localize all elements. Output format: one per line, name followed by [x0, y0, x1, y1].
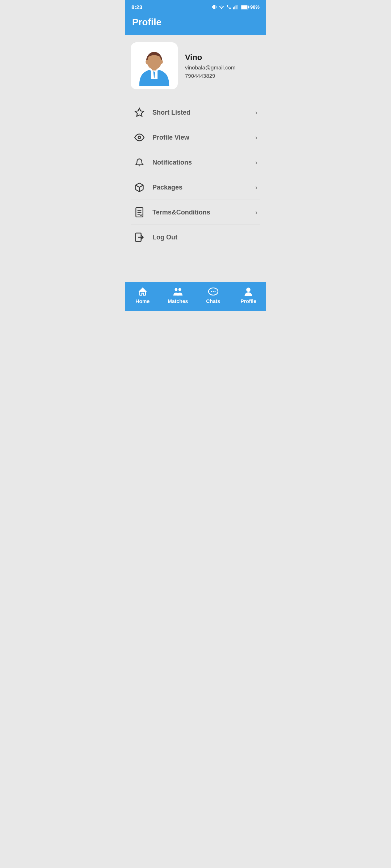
avatar: [131, 42, 178, 89]
status-time: 8:23: [131, 4, 142, 10]
user-email: vinobala@gmail.com: [185, 64, 235, 71]
user-phone: 7904443829: [185, 73, 235, 79]
svg-point-16: [138, 136, 141, 139]
svg-marker-15: [135, 108, 143, 116]
svg-rect-0: [213, 5, 215, 9]
svg-point-14: [160, 60, 163, 64]
svg-point-28: [213, 291, 214, 292]
profile-view-label: Profile View: [152, 134, 248, 141]
signal-icon: [233, 4, 239, 9]
avatar-image: [134, 46, 174, 86]
menu-item-terms[interactable]: Terms&Conditions ›: [131, 200, 260, 225]
short-listed-label: Short Listed: [152, 109, 248, 116]
menu-item-logout[interactable]: Log Out: [131, 225, 260, 250]
svg-rect-5: [236, 5, 237, 9]
status-bar: 8:23 98%: [125, 0, 266, 13]
logout-icon: [134, 231, 145, 243]
matches-nav-label: Matches: [168, 298, 188, 304]
document-icon: [134, 207, 145, 218]
menu-list: Short Listed › Profile View › Notifi: [131, 100, 260, 250]
terms-label: Terms&Conditions: [152, 209, 248, 216]
menu-item-packages[interactable]: Packages ›: [131, 175, 260, 200]
svg-point-24: [175, 288, 178, 291]
page-title: Profile: [132, 17, 259, 28]
svg-rect-6: [237, 5, 238, 9]
page-header: Profile: [125, 13, 266, 35]
nav-item-matches[interactable]: Matches: [160, 287, 196, 304]
user-info: Vino vinobala@gmail.com 7904443829: [185, 53, 235, 79]
chats-nav-label: Chats: [206, 298, 220, 304]
profile-nav-label: Profile: [240, 298, 256, 304]
menu-item-notifications[interactable]: Notifications ›: [131, 150, 260, 175]
svg-rect-3: [233, 7, 234, 9]
user-card: Vino vinobala@gmail.com 7904443829: [131, 42, 260, 89]
svg-point-29: [214, 291, 215, 292]
eye-icon: [134, 132, 145, 143]
svg-point-13: [146, 60, 148, 64]
call-icon: [226, 4, 231, 9]
chat-icon: [208, 287, 219, 297]
chevron-right-icon: ›: [255, 184, 257, 191]
battery-percent: 98%: [250, 4, 260, 10]
chevron-right-icon: ›: [255, 109, 257, 116]
matches-icon: [172, 287, 183, 297]
status-icons: 98%: [212, 4, 260, 10]
package-icon: [134, 182, 145, 193]
svg-rect-1: [212, 6, 213, 8]
nav-item-profile[interactable]: Profile: [231, 287, 266, 304]
home-nav-label: Home: [135, 298, 150, 304]
menu-item-short-listed[interactable]: Short Listed ›: [131, 100, 260, 125]
svg-point-25: [178, 288, 181, 291]
chevron-right-icon: ›: [255, 159, 257, 166]
nav-item-chats[interactable]: Chats: [196, 287, 231, 304]
menu-item-profile-view[interactable]: Profile View ›: [131, 125, 260, 150]
logout-label: Log Out: [152, 234, 257, 241]
svg-rect-9: [248, 6, 249, 8]
wifi-icon: [219, 5, 224, 9]
svg-rect-2: [216, 6, 216, 8]
chevron-right-icon: ›: [255, 209, 257, 216]
chevron-right-icon: ›: [255, 134, 257, 141]
packages-label: Packages: [152, 184, 248, 191]
svg-point-27: [211, 291, 212, 292]
bell-icon: [134, 157, 145, 168]
notifications-label: Notifications: [152, 159, 248, 166]
content-area: Vino vinobala@gmail.com 7904443829 Short…: [125, 35, 266, 282]
svg-rect-4: [234, 7, 235, 9]
svg-point-30: [246, 288, 251, 292]
vibrate-icon: [212, 4, 217, 9]
battery-icon: 98%: [241, 4, 260, 10]
nav-item-home[interactable]: Home: [125, 287, 160, 304]
star-icon: [134, 107, 145, 118]
user-name: Vino: [185, 53, 235, 62]
svg-rect-8: [241, 5, 247, 8]
profile-nav-icon: [243, 287, 254, 297]
bottom-nav: Home Matches Chats: [125, 282, 266, 311]
home-icon: [137, 287, 148, 297]
